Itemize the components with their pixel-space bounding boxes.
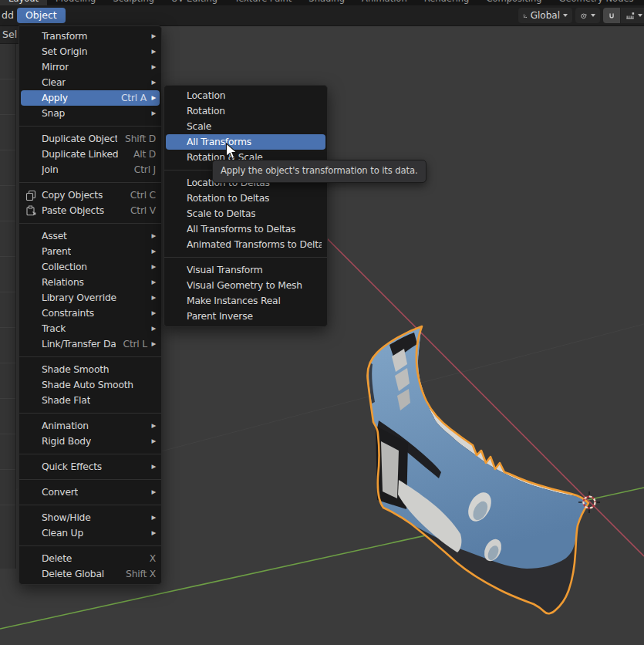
menu-item-constraints[interactable]: Constraints▶ bbox=[21, 306, 160, 321]
toolbar-strip[interactable] bbox=[0, 44, 16, 569]
menu-item-location[interactable]: Location bbox=[166, 88, 325, 103]
menu-item-link-transfer-data[interactable]: Link/Transfer DataCtrl L▶ bbox=[21, 336, 160, 352]
menu-item-copy-objects[interactable]: Copy ObjectsCtrl C bbox=[21, 187, 160, 203]
menu-item-label: Visual Geometry to Mesh bbox=[187, 280, 302, 291]
menu-item-shade-auto-smooth[interactable]: Shade Auto Smooth bbox=[21, 377, 160, 393]
toolbar-separator bbox=[0, 398, 15, 399]
menu-item-delete[interactable]: DeleteX bbox=[21, 551, 160, 566]
menu-item-rigid-body[interactable]: Rigid Body▶ bbox=[21, 434, 160, 449]
submenu-arrow-icon: ▶ bbox=[150, 423, 156, 429]
workspace-tab-geometry-nodes[interactable]: Geometry Nodes bbox=[551, 0, 642, 5]
menu-item-duplicate-objects[interactable]: Duplicate ObjectsShift D bbox=[21, 131, 160, 147]
menu-item-visual-geometry-to-mesh[interactable]: Visual Geometry to Mesh bbox=[166, 278, 325, 293]
submenu-arrow-icon: ▶ bbox=[150, 310, 156, 316]
menu-item-label: Link/Transfer Data bbox=[42, 339, 116, 350]
menu-separator bbox=[19, 545, 161, 546]
menu-item-make-instances-real[interactable]: Make Instances Real bbox=[166, 293, 325, 309]
menu-item-label: Mirror bbox=[42, 62, 69, 73]
submenu-arrow-icon: ▶ bbox=[150, 264, 156, 270]
workspace-tab-sculpting[interactable]: Sculpting bbox=[104, 0, 163, 5]
menu-item-shortcut: X bbox=[142, 553, 156, 564]
menu-item-animation[interactable]: Animation▶ bbox=[21, 418, 160, 434]
menu-item-scale[interactable]: Scale bbox=[166, 119, 325, 134]
menu-item-duplicate-linked[interactable]: Duplicate LinkedAlt D bbox=[21, 147, 160, 162]
menu-item-relations[interactable]: Relations▶ bbox=[21, 275, 160, 290]
menu-item-clear[interactable]: Clear▶ bbox=[21, 75, 160, 90]
snap-toggle-button[interactable] bbox=[603, 8, 620, 23]
menu-item-label: Delete bbox=[42, 553, 72, 564]
workspace-tab-uv-editing[interactable]: UV Editing bbox=[163, 0, 226, 5]
toolbar-separator bbox=[0, 505, 15, 505]
workspace-tab-layout[interactable]: Layout bbox=[0, 0, 47, 5]
menu-item-track[interactable]: Track▶ bbox=[21, 321, 160, 336]
menu-item-label: Copy Objects bbox=[42, 190, 103, 201]
workspace-tab-rendering[interactable]: Rendering bbox=[416, 0, 478, 5]
menu-item-label: Duplicate Objects bbox=[42, 133, 117, 144]
menu-item-label: All Transforms bbox=[187, 137, 251, 147]
menu-item-label: Clear bbox=[42, 77, 66, 88]
menu-item-label: Quick Effects bbox=[42, 461, 102, 472]
menu-item-set-origin[interactable]: Set Origin▶ bbox=[21, 44, 160, 59]
pivot-point-dropdown[interactable] bbox=[575, 8, 600, 23]
menu-item-parent-inverse[interactable]: Parent Inverse bbox=[166, 309, 325, 324]
menu-item-shortcut: Ctrl J bbox=[126, 164, 156, 175]
menu-item-delete-global[interactable]: Delete GlobalShift X bbox=[21, 566, 160, 582]
menu-item-all-transforms[interactable]: All Transforms bbox=[166, 134, 325, 150]
workspace-tab-modeling[interactable]: Modeling bbox=[47, 0, 104, 5]
workspace-tab-texture-paint[interactable]: Texture Paint bbox=[226, 0, 300, 5]
transform-orientation-dropdown[interactable]: Global bbox=[518, 8, 572, 23]
menu-item-rotation-to-deltas[interactable]: Rotation to Deltas bbox=[166, 191, 325, 206]
menu-item-label: Parent bbox=[42, 246, 71, 257]
menu-item-apply[interactable]: ApplyCtrl A▶ bbox=[21, 90, 160, 106]
menu-item-visual-transform[interactable]: Visual Transform bbox=[166, 262, 325, 278]
menu-item-label: Animation bbox=[42, 420, 89, 431]
menu-item-animated-transforms-to-deltas[interactable]: Animated Transforms to Deltas bbox=[166, 237, 325, 252]
chevron-down-icon bbox=[591, 14, 595, 17]
toolbar-separator bbox=[0, 221, 15, 221]
menu-item-quick-effects[interactable]: Quick Effects▶ bbox=[21, 459, 160, 474]
menu-item-scale-to-deltas[interactable]: Scale to Deltas bbox=[166, 206, 325, 221]
menu-item-transform[interactable]: Transform▶ bbox=[21, 29, 160, 44]
toolbar-separator bbox=[0, 469, 15, 470]
workspace-tab-shading[interactable]: Shading bbox=[300, 0, 353, 5]
menu-item-clean-up[interactable]: Clean Up▶ bbox=[21, 525, 160, 541]
menu-separator bbox=[19, 356, 161, 357]
object-menu-panel: Transform▶Set Origin▶Mirror▶Clear▶ApplyC… bbox=[19, 25, 162, 585]
menu-item-shortcut: Ctrl C bbox=[123, 190, 156, 201]
toolbar-separator bbox=[0, 256, 15, 257]
menu-separator bbox=[19, 505, 161, 505]
menu-item-shade-flat[interactable]: Shade Flat bbox=[21, 393, 160, 408]
menu-item-paste-objects[interactable]: Paste ObjectsCtrl V bbox=[21, 203, 160, 218]
menu-item-shortcut: Ctrl V bbox=[123, 205, 156, 216]
menu-item-label: Rotation bbox=[187, 106, 225, 117]
menu-item-mirror[interactable]: Mirror▶ bbox=[21, 59, 160, 75]
menu-separator bbox=[19, 454, 161, 454]
add-menu-fragment[interactable]: dd bbox=[2, 9, 14, 21]
object-menu-button[interactable]: Object bbox=[17, 8, 66, 23]
car-bumper-model[interactable] bbox=[368, 326, 589, 613]
menu-item-shortcut: Ctrl L bbox=[116, 339, 147, 350]
workspace-tab-animation[interactable]: Animation bbox=[353, 0, 416, 5]
menu-item-library-override[interactable]: Library Override▶ bbox=[21, 290, 160, 306]
menu-item-asset[interactable]: Asset▶ bbox=[21, 228, 160, 244]
submenu-arrow-icon: ▶ bbox=[150, 95, 156, 101]
menu-item-all-transforms-to-deltas[interactable]: All Transforms to Deltas bbox=[166, 221, 325, 237]
menu-item-label: Delete Global bbox=[42, 569, 104, 579]
menu-item-show-hide[interactable]: Show/Hide▶ bbox=[21, 510, 160, 525]
menu-item-convert[interactable]: Convert▶ bbox=[21, 485, 160, 500]
menu-item-collection[interactable]: Collection▶ bbox=[21, 259, 160, 275]
snap-settings-dropdown[interactable] bbox=[621, 8, 644, 23]
menu-item-label: Shade Smooth bbox=[42, 364, 109, 375]
menu-item-shade-smooth[interactable]: Shade Smooth bbox=[21, 362, 160, 377]
menu-item-parent[interactable]: Parent▶ bbox=[21, 244, 160, 259]
menu-item-label: Show/Hide bbox=[42, 512, 91, 523]
menu-item-label: Paste Objects bbox=[42, 205, 104, 216]
orientation-gizmo-icon bbox=[523, 11, 528, 21]
menu-item-rotation[interactable]: Rotation bbox=[166, 103, 325, 119]
magnet-icon bbox=[608, 11, 615, 21]
workspace-tab-compositing[interactable]: Compositing bbox=[477, 0, 550, 5]
menu-item-join[interactable]: JoinCtrl J bbox=[21, 162, 160, 177]
menu-item-snap[interactable]: Snap▶ bbox=[21, 106, 160, 121]
menu-item-label: Location bbox=[187, 90, 225, 101]
submenu-arrow-icon: ▶ bbox=[150, 64, 156, 70]
